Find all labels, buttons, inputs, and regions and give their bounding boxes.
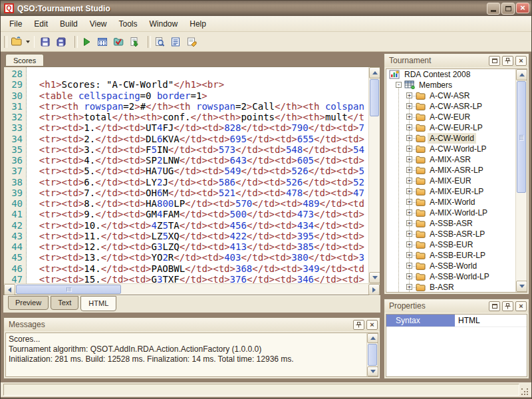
- menu-item-tools[interactable]: Tools: [113, 17, 144, 31]
- resize-grip[interactable]: [521, 388, 529, 396]
- close-button[interactable]: ×: [516, 3, 529, 13]
- messages-close-button[interactable]: ×: [366, 320, 378, 330]
- properties-pin-button[interactable]: [502, 301, 513, 311]
- tree-item-a-ssb-eur-lp[interactable]: +A-SSB-EUR-LP: [386, 250, 515, 261]
- expand-box[interactable]: +: [406, 231, 412, 237]
- tree-item-a-cw-world[interactable]: +A-CW-World: [386, 133, 515, 144]
- tree-item-a-ssb-asr-lp[interactable]: +A-SSB-ASR-LP: [386, 229, 515, 239]
- scroll-down-button[interactable]: [516, 281, 527, 292]
- expand-box[interactable]: +: [406, 252, 412, 258]
- scroll-thumb[interactable]: [368, 344, 377, 366]
- open-dropdown-button[interactable]: [24, 34, 31, 50]
- tournament-float-button[interactable]: [489, 56, 500, 66]
- messages-pin-button[interactable]: [353, 320, 364, 330]
- build-button[interactable]: [94, 34, 110, 50]
- scroll-left-button[interactable]: [4, 284, 15, 295]
- scroll-track[interactable]: [516, 80, 527, 281]
- vscroll-thumb[interactable]: [370, 79, 379, 116]
- expand-box[interactable]: +: [406, 220, 412, 226]
- scroll-up-button[interactable]: [369, 67, 380, 78]
- expand-box[interactable]: +: [406, 156, 412, 162]
- expand-box[interactable]: +: [406, 146, 412, 152]
- menu-item-window[interactable]: Window: [144, 17, 184, 31]
- minimize-button[interactable]: [487, 3, 500, 15]
- bottom-tab-preview[interactable]: Preview: [8, 296, 49, 310]
- tab-scores[interactable]: Scores: [5, 54, 44, 66]
- menu-item-view[interactable]: View: [84, 17, 113, 31]
- expand-box[interactable]: +: [406, 124, 412, 130]
- expand-box[interactable]: +: [406, 167, 412, 173]
- editor-vertical-scrollbar[interactable]: [368, 67, 380, 283]
- tree-item-a-mix-eur[interactable]: +A-MIX-EUR: [386, 176, 515, 186]
- save-button[interactable]: [37, 34, 53, 50]
- scroll-thumb[interactable]: [517, 81, 526, 193]
- expand-box[interactable]: +: [406, 263, 412, 269]
- view-source-button[interactable]: [168, 34, 184, 50]
- tree-item-a-cw-world-lp[interactable]: +A-CW-World-LP: [386, 144, 515, 154]
- tree-item-a-cw-eur-lp[interactable]: +A-CW-EUR-LP: [386, 122, 515, 133]
- maximize-button[interactable]: [501, 3, 515, 15]
- expand-box[interactable]: +: [406, 241, 412, 247]
- menu-item-file[interactable]: File: [3, 17, 28, 31]
- scroll-right-button[interactable]: [368, 284, 380, 295]
- tree-item-a-mix-eur-lp[interactable]: +A-MIX-EUR-LP: [386, 186, 515, 197]
- scroll-up-button[interactable]: [367, 333, 378, 343]
- scroll-up-button[interactable]: [516, 69, 527, 80]
- menu-item-help[interactable]: Help: [184, 17, 212, 31]
- tree-item-a-ssb-eur[interactable]: +A-SSB-EUR: [386, 239, 515, 250]
- expand-box[interactable]: +: [406, 273, 412, 279]
- tree-item-a-cw-asr[interactable]: +A-CW-ASR: [386, 90, 515, 101]
- properties-float-button[interactable]: [489, 301, 500, 311]
- property-row-syntax[interactable]: Syntax HTML: [386, 315, 527, 327]
- expand-box[interactable]: +: [406, 209, 412, 215]
- save-all-button[interactable]: [53, 34, 69, 50]
- tournament-pin-button[interactable]: [502, 56, 513, 66]
- open-button[interactable]: [8, 34, 24, 50]
- hscroll-track[interactable]: [15, 284, 368, 295]
- scroll-down-button[interactable]: [369, 272, 380, 283]
- editor-horizontal-scrollbar[interactable]: [4, 283, 380, 295]
- expand-box[interactable]: +: [406, 103, 412, 109]
- properties-button[interactable]: [184, 34, 200, 50]
- expand-box[interactable]: +: [406, 178, 412, 184]
- menu-item-edit[interactable]: Edit: [28, 17, 54, 31]
- tree-item-b-asr[interactable]: +B-ASR: [386, 282, 515, 292]
- scroll-track[interactable]: [367, 343, 378, 366]
- tree-item-root[interactable]: RDA Contest 2008: [386, 69, 515, 80]
- tree-item-a-ssb-asr[interactable]: +A-SSB-ASR: [386, 218, 515, 229]
- preview-button[interactable]: [152, 34, 168, 50]
- property-value[interactable]: HTML: [455, 315, 527, 327]
- check-button[interactable]: [110, 34, 126, 50]
- tree-item-a-cw-eur[interactable]: +A-CW-EUR: [386, 112, 515, 122]
- expand-box[interactable]: +: [406, 284, 412, 290]
- horizontal-splitter[interactable]: [3, 313, 380, 317]
- run-button[interactable]: [78, 34, 94, 50]
- tree-item-a-ssb-world-lp[interactable]: +A-SSB-World-LP: [386, 271, 515, 282]
- expand-box[interactable]: +: [406, 188, 412, 194]
- bottom-tab-html[interactable]: HTML: [80, 296, 116, 311]
- vscroll-track[interactable]: [369, 78, 380, 272]
- tree-item-a-mix-world[interactable]: +A-MIX-World: [386, 197, 515, 207]
- property-name[interactable]: Syntax: [386, 315, 455, 327]
- scroll-down-button[interactable]: [367, 366, 378, 376]
- tournament-close-button[interactable]: ×: [515, 56, 527, 66]
- menu-item-build[interactable]: Build: [54, 17, 84, 31]
- messages-scrollbar[interactable]: [366, 333, 378, 376]
- expand-box[interactable]: +: [406, 135, 412, 141]
- import-button[interactable]: [126, 34, 142, 50]
- collapse-box[interactable]: -: [396, 82, 402, 88]
- hscroll-thumb[interactable]: [16, 285, 121, 294]
- tree-item-a-cw-asr-lp[interactable]: +A-CW-ASR-LP: [386, 101, 515, 112]
- tree-vertical-scrollbar[interactable]: [515, 69, 527, 292]
- expand-box[interactable]: +: [406, 92, 412, 98]
- expand-box[interactable]: +: [406, 114, 412, 120]
- tree-item-a-mix-asr-lp[interactable]: +A-MIX-ASR-LP: [386, 165, 515, 176]
- properties-close-button[interactable]: ×: [515, 301, 527, 311]
- tree-item-a-mix-world-lp[interactable]: +A-MIX-World-LP: [386, 207, 515, 218]
- code-area[interactable]: <h1>Scores: "A-CW-World"</h1><br> <table…: [27, 67, 368, 283]
- tree-item-a-ssb-world[interactable]: +A-SSB-World: [386, 261, 515, 271]
- tree-item-members[interactable]: -Members: [386, 80, 515, 90]
- expand-box[interactable]: +: [406, 199, 412, 205]
- bottom-tab-text[interactable]: Text: [51, 296, 78, 310]
- tree-item-a-mix-asr[interactable]: +A-MIX-ASR: [386, 154, 515, 165]
